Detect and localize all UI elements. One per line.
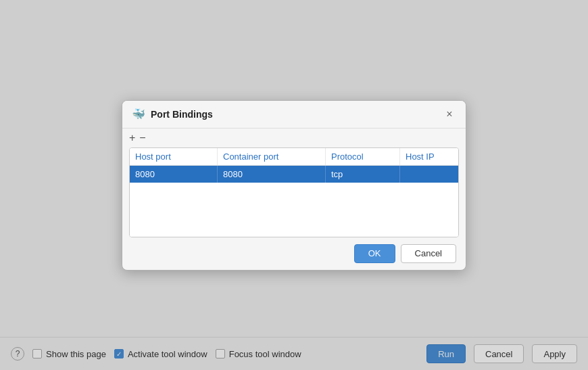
host-port-input[interactable] [135, 169, 212, 179]
port-bindings-dialog: 🐳 Port Bindings × + − Host port Containe… [122, 100, 466, 271]
col-container-port: Container port [218, 148, 326, 165]
dialog-docker-icon: 🐳 [132, 108, 145, 121]
dialog-remove-button[interactable]: − [139, 133, 145, 143]
col-protocol: Protocol [326, 148, 400, 165]
dialog-actions: OK Cancel [122, 237, 466, 270]
dialog-add-button[interactable]: + [129, 133, 135, 143]
cell-container-port [218, 166, 326, 183]
dialog-header: 🐳 Port Bindings × [122, 101, 466, 129]
dialog-overlay: 🐳 Port Bindings × + − Host port Containe… [0, 0, 588, 370]
port-bindings-table: Host port Container port Protocol Host I… [129, 147, 459, 237]
dialog-title: Port Bindings [151, 109, 437, 120]
col-host-ip: Host IP [400, 148, 458, 165]
container-port-input[interactable] [223, 169, 320, 179]
dialog-cancel-button[interactable]: Cancel [401, 244, 456, 263]
dialog-ok-button[interactable]: OK [354, 244, 395, 263]
table-header: Host port Container port Protocol Host I… [130, 148, 458, 166]
col-host-port: Host port [130, 148, 218, 165]
cell-host-ip [400, 166, 458, 183]
table-row[interactable]: tcp [130, 166, 458, 183]
dialog-toolbar: + − [122, 129, 466, 147]
table-empty-area [130, 183, 458, 237]
dialog-close-button[interactable]: × [443, 108, 456, 121]
cell-host-port [130, 166, 218, 183]
cell-protocol: tcp [326, 166, 400, 183]
